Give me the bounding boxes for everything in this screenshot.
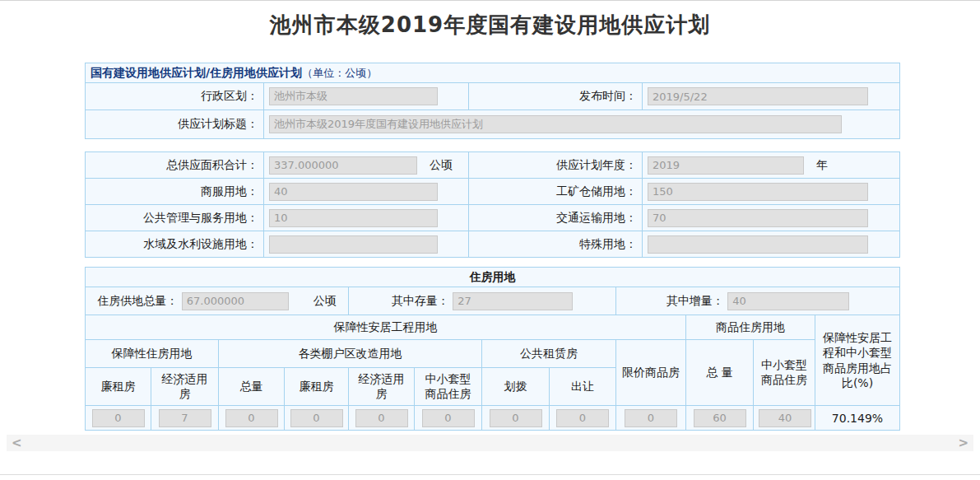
plan-title-label: 供应计划标题：: [86, 110, 264, 139]
value-input-commodity-total[interactable]: [694, 409, 746, 427]
special-land-input[interactable]: [648, 235, 868, 254]
housing-total-unit: 公顷: [314, 294, 337, 307]
housing-total-input[interactable]: [182, 292, 289, 310]
admin-region-input[interactable]: [269, 87, 438, 105]
housing-land-table: 住房用地 住房供地总量： 公顷 其中存量： 其中增量： 保障性安居工程用地 商品…: [85, 267, 900, 431]
housing-increment-label: 其中增量：: [666, 294, 724, 307]
header-economic-1: 经济适用房: [151, 368, 219, 406]
header-allocation: 划拨: [482, 368, 550, 406]
header-subtotal: 总量: [219, 368, 285, 406]
value-cell: [285, 406, 349, 431]
public-mgmt-land-input[interactable]: [269, 209, 438, 227]
header-small-mid-commodity: 中小套型商品住房: [754, 340, 815, 406]
value-cell: [86, 406, 151, 431]
value-input-small-mid[interactable]: [422, 409, 475, 427]
total-area-label: 总供应面积合计：: [86, 152, 264, 179]
value-cell: [550, 406, 616, 431]
value-cell: [219, 406, 285, 431]
total-area-cell: 公顷: [264, 152, 469, 179]
industrial-land-cell: [643, 179, 900, 205]
water-land-input[interactable]: [269, 235, 438, 254]
housing-stock-label: 其中存量：: [392, 294, 449, 307]
scroll-left-button[interactable]: <: [12, 435, 22, 451]
ratio-value: 70.149%: [815, 406, 900, 431]
supply-totals-table: 总供应面积合计： 公顷 供应计划年度： 年 商服用地： 工矿仓储用地： 公共管理…: [85, 151, 900, 258]
page-bottom-divider: [0, 474, 980, 475]
scroll-right-button[interactable]: >: [958, 435, 968, 451]
header-price-capped: 限价商品房: [616, 340, 686, 406]
header-shantytown: 各类棚户区改造用地: [219, 340, 482, 368]
housing-total-label: 住房供地总量：: [97, 294, 178, 307]
publish-date-cell: [643, 83, 900, 110]
plan-header-table: 国有建设用地供应计划/住房用地供应计划（单位：公顷） 行政区划： 发布时间： 供…: [85, 63, 900, 139]
transport-land-cell: [643, 205, 900, 231]
header-total-col: 总 量: [686, 340, 754, 406]
value-input-transfer[interactable]: [556, 409, 609, 427]
industrial-land-input[interactable]: [648, 183, 868, 201]
transport-land-label: 交通运输用地：: [469, 205, 643, 231]
header-economic-2: 经济适用房: [349, 368, 415, 406]
value-input-subtotal[interactable]: [225, 409, 278, 427]
value-input-low-rent-2[interactable]: [290, 409, 343, 427]
header-low-rent-2: 廉租房: [285, 368, 349, 406]
value-cell: [616, 406, 686, 431]
housing-section-title: 住房用地: [86, 268, 900, 287]
header-affordable-housing: 保障性住房用地: [86, 340, 219, 368]
publish-date-label: 发布时间：: [469, 83, 643, 110]
page-top-divider: [0, 0, 980, 1]
plan-table-header-bar: 国有建设用地供应计划/住房用地供应计划（单位：公顷）: [86, 63, 900, 83]
public-mgmt-land-label: 公共管理与服务用地：: [86, 205, 264, 231]
housing-increment-cell: 其中增量：: [616, 287, 900, 315]
water-land-cell: [264, 231, 469, 258]
header-ratio: 保障性安居工程和中小套型商品房用地占比(%): [815, 315, 900, 406]
header-small-mid-2: 中小套型商品住房: [415, 368, 482, 406]
header-transfer: 出让: [550, 368, 616, 406]
publish-date-input[interactable]: [648, 87, 868, 105]
special-land-label: 特殊用地：: [469, 231, 643, 258]
housing-increment-input[interactable]: [727, 292, 849, 310]
value-cell: [151, 406, 219, 431]
horizontal-scrollbar[interactable]: < >: [7, 435, 973, 451]
plan-year-input[interactable]: [648, 156, 804, 175]
water-land-label: 水域及水利设施用地：: [86, 231, 264, 258]
plan-title-cell: [264, 110, 900, 139]
value-input-small-mid-commodity[interactable]: [759, 409, 811, 427]
plan-table-unit-note: （单位：公顷）: [302, 67, 377, 79]
value-cell: [686, 406, 754, 431]
value-cell: [349, 406, 415, 431]
total-area-input[interactable]: [269, 156, 417, 175]
value-input-economic-2[interactable]: [355, 409, 408, 427]
value-input-allocation[interactable]: [490, 409, 542, 427]
total-area-unit: 公顷: [430, 158, 453, 171]
housing-stock-input[interactable]: [453, 292, 573, 310]
plan-year-unit: 年: [816, 158, 828, 171]
value-input-low-rent-1[interactable]: [92, 409, 145, 427]
housing-total-cell: 住房供地总量： 公顷: [86, 287, 349, 315]
industrial-land-label: 工矿仓储用地：: [469, 179, 643, 205]
header-low-rent-1: 廉租房: [86, 368, 151, 406]
value-input-economic-1[interactable]: [159, 409, 211, 427]
transport-land-input[interactable]: [648, 209, 868, 227]
header-commodity-housing: 商品住房用地: [686, 315, 815, 340]
value-cell: [482, 406, 550, 431]
housing-stock-cell: 其中存量：: [349, 287, 616, 315]
header-public-rental: 公共租赁房: [482, 340, 616, 368]
value-cell: [415, 406, 482, 431]
plan-year-cell: 年: [643, 152, 900, 179]
value-cell: [754, 406, 815, 431]
public-mgmt-land-cell: [264, 205, 469, 231]
form-container: 国有建设用地供应计划/住房用地供应计划（单位：公顷） 行政区划： 发布时间： 供…: [85, 63, 899, 431]
value-input-price-capped[interactable]: [625, 409, 677, 427]
plan-title-input[interactable]: [269, 115, 842, 133]
special-land-cell: [643, 231, 900, 258]
commercial-land-label: 商服用地：: [86, 179, 264, 205]
page-title: 池州市本级2019年度国有建设用地供应计划: [0, 0, 980, 43]
header-affordable-project: 保障性安居工程用地: [86, 315, 686, 340]
admin-region-cell: [264, 83, 469, 110]
plan-year-label: 供应计划年度：: [469, 152, 643, 179]
commercial-land-input[interactable]: [269, 183, 438, 201]
commercial-land-cell: [264, 179, 469, 205]
plan-table-title: 国有建设用地供应计划/住房用地供应计划: [91, 66, 302, 79]
admin-region-label: 行政区划：: [86, 83, 264, 110]
